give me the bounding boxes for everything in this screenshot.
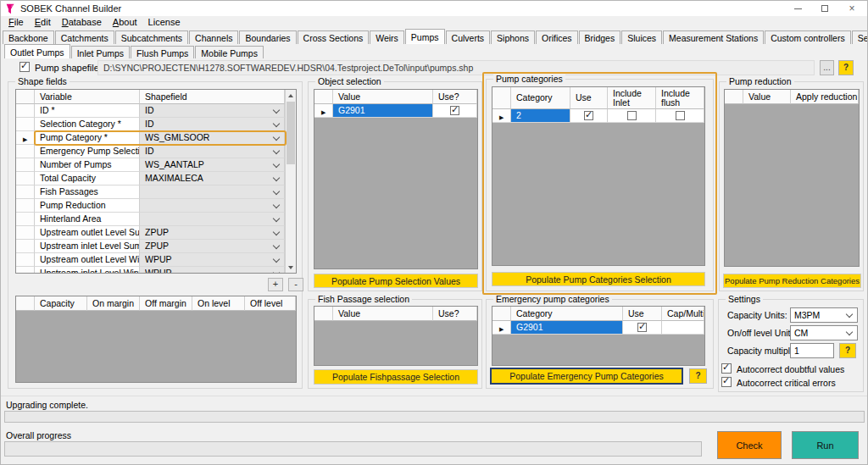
column-header-variable[interactable]: Variable	[35, 90, 140, 104]
shapefield-combo[interactable]	[140, 185, 285, 199]
table-row[interactable]: Total Capacity MAXIMALECA	[16, 172, 285, 185]
tab-subcatchments[interactable]: Subcatchments	[115, 30, 188, 44]
menu-edit[interactable]: Edit	[33, 16, 58, 29]
emergency-help-button[interactable]: ?	[689, 368, 707, 384]
shapefield-combo[interactable]: ID	[140, 145, 285, 158]
variable-cell[interactable]: Total Capacity	[35, 172, 140, 185]
column-header-category[interactable]: Category	[511, 307, 623, 321]
tab-backbone[interactable]: Backbone	[3, 30, 54, 44]
tab-siphons[interactable]: Siphons	[491, 30, 535, 44]
add-row-button[interactable]: +	[268, 278, 283, 291]
column-header-capacity[interactable]: Capacity	[35, 296, 87, 311]
tab-orifices[interactable]: Orifices	[536, 30, 578, 44]
column-header-category[interactable]: Category	[511, 87, 570, 109]
variable-cell[interactable]: Hinterland Area	[35, 213, 140, 226]
subtab-mobile-pumps[interactable]: Mobile Pumps	[195, 46, 264, 58]
column-header-use[interactable]: Use	[570, 87, 608, 109]
table-row[interactable]: Upstream inlet Level Summer ZPUP	[16, 240, 285, 253]
level-units-select[interactable]: CM	[790, 325, 858, 340]
shape-fields-table[interactable]: Variable Shapefield ID * ID Selection Ca…	[15, 89, 297, 274]
scroll-up-icon[interactable]	[286, 90, 296, 101]
autocorrect-doubtful-checkbox[interactable]	[721, 363, 732, 374]
cap-multiplier-cell[interactable]	[662, 321, 704, 335]
column-header-use[interactable]: Use?	[433, 307, 477, 321]
column-header-apply-reduction[interactable]: Apply reduction	[791, 90, 859, 104]
minimize-button[interactable]	[784, 1, 811, 16]
run-button[interactable]: Run	[792, 431, 859, 459]
column-header-use[interactable]: Use	[623, 307, 662, 321]
tab-pumps[interactable]: Pumps	[405, 29, 445, 44]
tab-boundaries[interactable]: Boundaries	[239, 30, 296, 44]
column-header-value[interactable]: Value	[333, 307, 433, 321]
variable-cell[interactable]: Pump Reduction	[35, 199, 140, 213]
populate-emergency-button[interactable]: Populate Emergency Pump Categories	[490, 368, 683, 385]
include-flush-checkbox[interactable]	[676, 111, 685, 120]
use-cell[interactable]	[570, 109, 608, 123]
variable-cell[interactable]: Upstream inlet Level Winter	[35, 267, 140, 274]
table-row[interactable]: Emergency Pump Selection ID	[16, 145, 285, 158]
object-selection-table[interactable]: Value Use? G2901	[314, 89, 478, 269]
scroll-down-icon[interactable]	[286, 262, 296, 273]
tab-cross-sections[interactable]: Cross Sections	[298, 30, 370, 44]
column-header-on-level[interactable]: On level	[192, 296, 245, 311]
shapefield-combo[interactable]: ID	[140, 118, 285, 131]
populate-pump-reduction-button[interactable]: Populate Pump Reduction Categories	[723, 274, 861, 288]
shapefield-combo[interactable]: WPUP	[140, 267, 285, 274]
category-cell[interactable]: 2	[511, 109, 570, 123]
shapefield-combo[interactable]	[140, 213, 285, 226]
tab-culverts[interactable]: Culverts	[446, 30, 491, 44]
shapefield-combo[interactable]	[140, 199, 285, 213]
tab-weirs[interactable]: Weirs	[370, 30, 404, 44]
capacity-table[interactable]: Capacity On margin Off margin On level O…	[15, 296, 297, 383]
variable-cell[interactable]: Emergency Pump Selection	[35, 145, 140, 158]
variable-cell[interactable]: Upstream inlet Level Summer	[35, 240, 140, 253]
capacity-multiplier-field[interactable]: 1	[790, 343, 834, 358]
variable-cell[interactable]: Number of Pumps	[35, 158, 140, 172]
table-row[interactable]: Number of Pumps WS_AANTALP	[16, 158, 285, 172]
column-header-value[interactable]: Value	[333, 90, 433, 104]
use-cell[interactable]	[433, 104, 477, 118]
settings-help-button[interactable]: ?	[839, 343, 856, 358]
shapefield-combo[interactable]: ZPUP	[140, 240, 285, 253]
table-row[interactable]: Upstream inlet Level Winter WPUP	[16, 267, 285, 274]
tab-settings[interactable]: Settings	[852, 30, 868, 44]
emergency-pump-table[interactable]: Category Use Cap/Multiplier G2901	[492, 306, 705, 366]
include-flush-cell[interactable]	[656, 109, 704, 123]
populate-pump-categories-button[interactable]: Populate Pump Categories Selection	[492, 272, 705, 286]
variable-cell[interactable]: Upstream outlet Level Winter	[35, 253, 140, 267]
pump-categories-table[interactable]: Category Use Include Inlet structure Inc…	[492, 86, 705, 266]
menu-file[interactable]: File	[7, 16, 31, 29]
table-row[interactable]: G2901	[492, 321, 704, 335]
table-row[interactable]: G2901	[314, 104, 477, 118]
shapefield-combo[interactable]: MAXIMALECA	[140, 172, 285, 185]
check-button[interactable]: Check	[717, 431, 782, 459]
pump-shapefile-path-field[interactable]: D:\SYNC\PROJECTEN\H1278.SOFTWAREDEV.HDSR…	[97, 60, 815, 75]
subtab-inlet-pumps[interactable]: Inlet Pumps	[71, 46, 130, 58]
variable-cell[interactable]: Fish Passages	[35, 185, 140, 199]
tab-sluices[interactable]: Sluices	[621, 30, 662, 44]
use-checkbox[interactable]	[637, 323, 647, 332]
help-button[interactable]: ?	[838, 60, 854, 75]
table-row-highlighted[interactable]: Pump Category * WS_GMLSOOR	[16, 131, 285, 145]
category-cell[interactable]: G2901	[511, 321, 623, 335]
maximize-button[interactable]	[811, 1, 838, 16]
shapefield-combo[interactable]: WPUP	[140, 253, 285, 267]
variable-cell[interactable]: Selection Category *	[35, 118, 140, 131]
value-cell[interactable]: G2901	[333, 104, 433, 118]
variable-cell[interactable]: Pump Category *	[35, 131, 140, 145]
tab-bridges[interactable]: Bridges	[579, 30, 621, 44]
menu-license[interactable]: License	[147, 16, 188, 29]
column-header-off-margin[interactable]: Off margin	[140, 296, 192, 311]
subtab-flush-pumps[interactable]: Flush Pumps	[131, 46, 194, 58]
include-inlet-checkbox[interactable]	[627, 111, 637, 120]
column-header-include-inlet[interactable]: Include Inlet structure	[608, 87, 656, 109]
shapefield-combo[interactable]: ZPUP	[140, 226, 285, 240]
browse-button[interactable]: ...	[820, 60, 834, 75]
table-row[interactable]: Pump Reduction	[16, 199, 285, 213]
column-header-shapefield[interactable]: Shapefield	[140, 90, 285, 104]
fish-passage-table[interactable]: Value Use?	[314, 306, 478, 366]
variable-cell[interactable]: ID *	[35, 104, 140, 118]
table-row[interactable]: ID * ID	[16, 104, 285, 118]
table-row[interactable]: Fish Passages	[16, 185, 285, 199]
tab-custom-controllers[interactable]: Custom controllers	[765, 30, 851, 44]
